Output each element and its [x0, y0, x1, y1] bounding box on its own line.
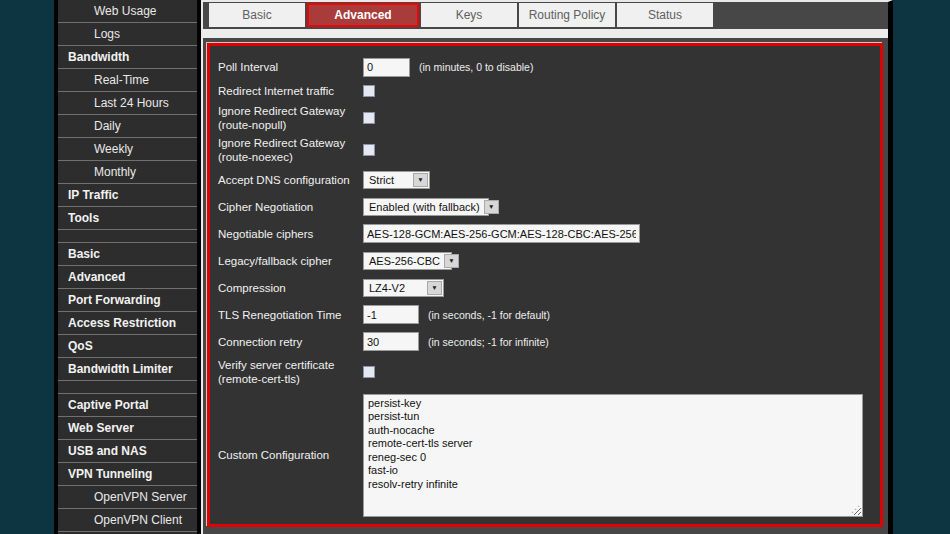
- field-note: (in seconds; -1 for infinite): [428, 336, 549, 348]
- verify-cert-checkbox[interactable]: [363, 366, 375, 378]
- field-label: Accept DNS configuration: [218, 173, 363, 187]
- tab-keys[interactable]: Keys: [421, 3, 517, 27]
- poll-interval-row: Poll Interval (in minutes, 0 to disable): [218, 54, 880, 80]
- field-label: Legacy/fallback cipher: [218, 254, 363, 268]
- sidebar-item-bandwidth-limiter[interactable]: Bandwidth Limiter: [58, 358, 197, 381]
- custom-config-textarea[interactable]: persist-key persist-tun auth-nocache rem…: [363, 394, 863, 517]
- sidebar-item-label: USB and NAS: [68, 444, 147, 458]
- legacy-cipher-row: Legacy/fallback cipher AES-256-CBC ▼: [218, 247, 880, 274]
- tab-status[interactable]: Status: [617, 3, 713, 27]
- accept-dns-select[interactable]: Strict ▼: [363, 171, 430, 189]
- poll-interval-input[interactable]: [363, 58, 410, 77]
- ignore-noexec-checkbox[interactable]: [363, 144, 375, 156]
- field-note: (in seconds, -1 for default): [428, 309, 550, 321]
- sidebar-item-daily[interactable]: Daily: [58, 115, 197, 138]
- field-label: Redirect Internet traffic: [218, 84, 363, 98]
- tls-renegotiation-row: TLS Renegotiation Time (in seconds, -1 f…: [218, 301, 880, 328]
- tab-basic[interactable]: Basic: [209, 3, 305, 27]
- ignore-noexec-row: Ignore Redirect Gateway(route-noexec): [218, 134, 880, 166]
- field-label: Ignore Redirect Gateway(route-noexec): [218, 136, 363, 164]
- sidebar-item-logs[interactable]: Logs: [58, 23, 197, 46]
- advanced-settings-panel: Poll Interval (in minutes, 0 to disable)…: [207, 43, 883, 527]
- toolbar-strip: [203, 29, 888, 38]
- sidebar-item-weekly[interactable]: Weekly: [58, 138, 197, 161]
- sidebar-item: [58, 230, 197, 243]
- vpn-tab-bar: Basic Advanced Keys Routing Policy Statu…: [209, 3, 888, 27]
- sidebar-item-label: OpenVPN Server: [94, 490, 187, 504]
- sidebar-item-monthly[interactable]: Monthly: [58, 161, 197, 184]
- redirect-traffic-checkbox[interactable]: [363, 85, 375, 97]
- sidebar-item-openvpn-server[interactable]: OpenVPN Server: [58, 486, 197, 509]
- sidebar-item-captive-portal[interactable]: Captive Portal: [58, 394, 197, 417]
- sidebar-item-label: Basic: [68, 247, 100, 261]
- sidebar-item-label: Weekly: [94, 142, 133, 156]
- sidebar-item-label: VPN Tunneling: [68, 467, 152, 481]
- custom-config-row: Custom Configuration persist-key persist…: [218, 389, 880, 521]
- sidebar-nav: Web Usage Logs Bandwidth Real-Time Last …: [54, 0, 201, 534]
- sidebar-item-label: Captive Portal: [68, 398, 149, 412]
- sidebar-item-ip-traffic[interactable]: IP Traffic: [58, 184, 197, 207]
- field-label: Connection retry: [218, 335, 363, 349]
- connection-retry-input[interactable]: [363, 332, 419, 351]
- sidebar-item-label: Real-Time: [94, 73, 149, 87]
- sidebar-item-label: Port Forwarding: [68, 293, 161, 307]
- dropdown-arrow-icon: ▼: [484, 200, 499, 214]
- field-label: Compression: [218, 281, 363, 295]
- sidebar-item-label: OpenVPN Client: [94, 513, 182, 527]
- main-content: Basic Advanced Keys Routing Policy Statu…: [201, 0, 893, 534]
- field-label: Poll Interval: [218, 60, 363, 74]
- field-label: Negotiable ciphers: [218, 227, 363, 241]
- sidebar-item-label: Web Usage: [94, 4, 156, 18]
- sidebar-item-label: Tools: [68, 211, 99, 225]
- sidebar-item-basic[interactable]: Basic: [58, 243, 197, 266]
- sidebar-item-tools[interactable]: Tools: [58, 207, 197, 230]
- sidebar-item-advanced[interactable]: Advanced: [58, 266, 197, 289]
- sidebar-item: [58, 381, 197, 394]
- field-label: TLS Renegotiation Time: [218, 308, 363, 322]
- tab-routing-policy[interactable]: Routing Policy: [519, 3, 615, 27]
- ignore-nopull-row: Ignore Redirect Gateway(route-nopull): [218, 102, 880, 134]
- sidebar-item-label: Web Server: [68, 421, 134, 435]
- sidebar-item-real-time[interactable]: Real-Time: [58, 69, 197, 92]
- cipher-negotiation-select[interactable]: Enabled (with fallback) ▼: [363, 198, 489, 216]
- field-label: Cipher Negotiation: [218, 200, 363, 214]
- sidebar-item-label: Access Restriction: [68, 316, 176, 330]
- legacy-cipher-select[interactable]: AES-256-CBC ▼: [363, 252, 452, 270]
- sidebar-item-label: Daily: [94, 119, 121, 133]
- verify-cert-row: Verify server certificate(remote-cert-tl…: [218, 355, 880, 389]
- sidebar-item-usb-and-nas[interactable]: USB and NAS: [58, 440, 197, 463]
- custom-config-wrap: persist-key persist-tun auth-nocache rem…: [363, 394, 863, 517]
- field-note: (in minutes, 0 to disable): [419, 61, 533, 73]
- field-label: Custom Configuration: [218, 448, 363, 462]
- tab-label: Status: [648, 8, 682, 22]
- tab-advanced[interactable]: Advanced: [307, 3, 419, 27]
- tab-label: Routing Policy: [529, 8, 606, 22]
- sidebar-item-label: IP Traffic: [68, 188, 118, 202]
- sidebar-item-label: Advanced: [68, 270, 125, 284]
- sidebar-item-label: Bandwidth Limiter: [68, 362, 173, 376]
- tls-renegotiation-input[interactable]: [363, 305, 419, 324]
- sidebar-item-web-server[interactable]: Web Server: [58, 417, 197, 440]
- accept-dns-row: Accept DNS configuration Strict ▼: [218, 166, 880, 193]
- sidebar-item-last-24-hours[interactable]: Last 24 Hours: [58, 92, 197, 115]
- negotiable-ciphers-row: Negotiable ciphers: [218, 220, 880, 247]
- sidebar-item-qos[interactable]: QoS: [58, 335, 197, 358]
- tab-label: Keys: [456, 8, 483, 22]
- tab-label: Advanced: [334, 8, 391, 22]
- sidebar-item-openvpn-client[interactable]: OpenVPN Client: [58, 509, 197, 532]
- sidebar-item-vpn-tunneling[interactable]: VPN Tunneling: [58, 463, 197, 486]
- compression-row: Compression LZ4-V2 ▼: [218, 274, 880, 301]
- compression-select[interactable]: LZ4-V2 ▼: [363, 279, 444, 297]
- sidebar-item-access-restriction[interactable]: Access Restriction: [58, 312, 197, 335]
- ignore-nopull-checkbox[interactable]: [363, 112, 375, 124]
- dropdown-arrow-icon: ▼: [427, 281, 442, 295]
- sidebar-item-web-usage[interactable]: Web Usage: [58, 0, 197, 23]
- sidebar-item-label: Logs: [94, 27, 120, 41]
- sidebar-item-bandwidth[interactable]: Bandwidth: [58, 46, 197, 69]
- dropdown-arrow-icon: ▼: [413, 173, 428, 187]
- sidebar-item-label: QoS: [68, 339, 93, 353]
- field-label: Verify server certificate(remote-cert-tl…: [218, 358, 363, 386]
- negotiable-ciphers-input[interactable]: [363, 224, 640, 243]
- tab-label: Basic: [242, 8, 271, 22]
- sidebar-item-port-forwarding[interactable]: Port Forwarding: [58, 289, 197, 312]
